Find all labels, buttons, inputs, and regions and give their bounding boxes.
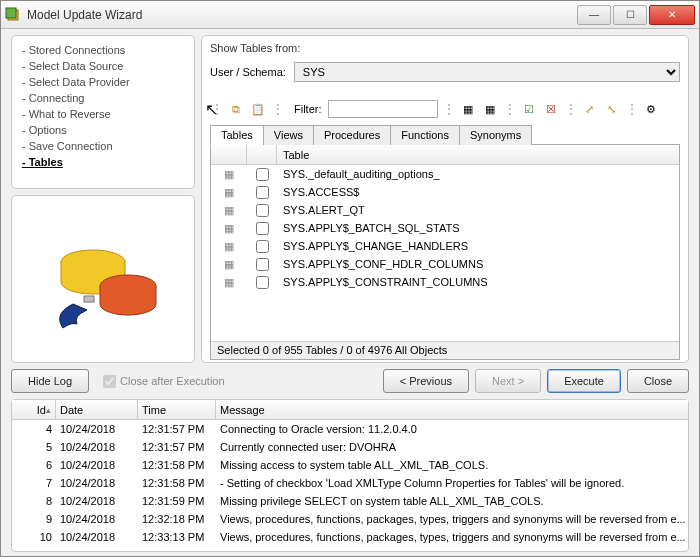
- table-icon: ▦: [224, 204, 234, 217]
- table-row[interactable]: ▦SYS.ACCESS$: [211, 183, 679, 201]
- table-row[interactable]: ▦SYS.APPLY$_BATCH_SQL_STATS: [211, 219, 679, 237]
- grid-green-icon[interactable]: ▦: [481, 100, 499, 118]
- wizard-step[interactable]: - Save Connection: [22, 138, 184, 154]
- table-grid-header: Table: [211, 145, 679, 165]
- row-checkbox[interactable]: [256, 258, 269, 271]
- maximize-button[interactable]: ☐: [613, 5, 647, 25]
- settings-icon[interactable]: ⚙: [642, 100, 660, 118]
- svg-rect-1: [6, 8, 16, 18]
- row-checkbox[interactable]: [256, 204, 269, 217]
- copy-icon[interactable]: ⧉: [227, 100, 245, 118]
- filter-input[interactable]: [328, 100, 438, 118]
- wizard-step[interactable]: - Select Data Provider: [22, 74, 184, 90]
- log-body[interactable]: 410/24/201812:31:57 PMConnecting to Orac…: [12, 420, 688, 551]
- next-button: Next >: [475, 369, 541, 393]
- log-row[interactable]: 810/24/201812:31:59 PMMissing privilege …: [12, 492, 688, 510]
- wizard-step[interactable]: - Select Data Source: [22, 58, 184, 74]
- table-name: SYS.ALERT_QT: [277, 204, 679, 216]
- schema-select[interactable]: SYS: [294, 62, 680, 82]
- execute-button[interactable]: Execute: [547, 369, 621, 393]
- table-icon: ▦: [224, 276, 234, 289]
- table-row[interactable]: ▦SYS.APPLY$_CONSTRAINT_COLUMNS: [211, 273, 679, 291]
- expand-icon[interactable]: ⤢: [581, 100, 599, 118]
- show-tables-from-label: Show Tables from:: [210, 42, 680, 54]
- row-checkbox[interactable]: [256, 168, 269, 181]
- table-name: SYS.APPLY$_CONF_HDLR_COLUMNS: [277, 258, 679, 270]
- table-name: SYS._default_auditing_options_: [277, 168, 679, 180]
- tab-tables[interactable]: Tables: [210, 125, 264, 145]
- row-checkbox[interactable]: [256, 186, 269, 199]
- table-icon: ▦: [224, 258, 234, 271]
- previous-button[interactable]: < Previous: [383, 369, 469, 393]
- table-grid-body[interactable]: ▦SYS._default_auditing_options_▦SYS.ACCE…: [211, 165, 679, 341]
- wizard-step[interactable]: - Tables: [22, 154, 184, 170]
- tab-procedures[interactable]: Procedures: [313, 125, 391, 145]
- table-icon: ▦: [224, 222, 234, 235]
- log-row[interactable]: 410/24/201812:31:57 PMConnecting to Orac…: [12, 420, 688, 438]
- table-row[interactable]: ▦SYS._default_auditing_options_: [211, 165, 679, 183]
- row-checkbox[interactable]: [256, 276, 269, 289]
- row-checkbox[interactable]: [256, 222, 269, 235]
- wizard-step[interactable]: - Options: [22, 122, 184, 138]
- minimize-button[interactable]: —: [577, 5, 611, 25]
- app-icon: [5, 7, 21, 23]
- object-type-tabs: TablesViewsProceduresFunctionsSynonyms: [210, 124, 680, 145]
- schema-label: User / Schema:: [210, 66, 286, 78]
- tab-synonyms[interactable]: Synonyms: [459, 125, 532, 145]
- table-name: SYS.ACCESS$: [277, 186, 679, 198]
- log-row[interactable]: 610/24/201812:31:58 PMMissing access to …: [12, 456, 688, 474]
- tab-views[interactable]: Views: [263, 125, 314, 145]
- table-icon: ▦: [224, 186, 234, 199]
- filter-label: Filter:: [294, 103, 322, 115]
- table-row[interactable]: ▦SYS.APPLY$_CHANGE_HANDLERS: [211, 237, 679, 255]
- check-all-icon[interactable]: ☑: [520, 100, 538, 118]
- close-button[interactable]: Close: [627, 369, 689, 393]
- filter-toolbar: ⋮ ⧉ 📋 ⋮ Filter: ⋮ ▦ ▦ ⋮ ☑ ☒ ⋮ ⤢ ⤡ ⋮ ⚙: [210, 100, 680, 118]
- table-name: SYS.APPLY$_CHANGE_HANDLERS: [277, 240, 679, 252]
- table-row[interactable]: ▦SYS.ALERT_QT: [211, 201, 679, 219]
- wizard-step[interactable]: - What to Reverse: [22, 106, 184, 122]
- titlebar: Model Update Wizard — ☐ ✕: [1, 1, 699, 29]
- table-row[interactable]: ▦SYS.APPLY$_CONF_HDLR_COLUMNS: [211, 255, 679, 273]
- grid-red-icon[interactable]: ▦: [459, 100, 477, 118]
- wizard-steps: - Stored Connections - Select Data Sourc…: [11, 35, 195, 189]
- uncheck-all-icon[interactable]: ☒: [542, 100, 560, 118]
- window-title: Model Update Wizard: [27, 8, 577, 22]
- wizard-step[interactable]: - Stored Connections: [22, 42, 184, 58]
- log-row[interactable]: 710/24/201812:31:58 PM - Setting of chec…: [12, 474, 688, 492]
- wizard-artwork: [11, 195, 195, 363]
- log-row[interactable]: 510/24/201812:31:57 PMCurrently connecte…: [12, 438, 688, 456]
- table-name: SYS.APPLY$_CONSTRAINT_COLUMNS: [277, 276, 679, 288]
- paste-icon[interactable]: 📋: [249, 100, 267, 118]
- log-header: Id Date Time Message: [12, 400, 688, 420]
- wizard-step[interactable]: - Connecting: [22, 90, 184, 106]
- hide-log-button[interactable]: Hide Log: [11, 369, 89, 393]
- table-icon: ▦: [224, 240, 234, 253]
- log-row[interactable]: 1010/24/201812:33:13 PMViews, procedures…: [12, 528, 688, 546]
- tab-functions[interactable]: Functions: [390, 125, 460, 145]
- close-after-execution-checkbox[interactable]: Close after Execution: [103, 375, 225, 388]
- app-window: Model Update Wizard — ☐ ✕ - Stored Conne…: [0, 0, 700, 557]
- collapse-icon[interactable]: ⤡: [603, 100, 621, 118]
- log-row[interactable]: 910/24/201812:32:18 PMViews, procedures,…: [12, 510, 688, 528]
- row-checkbox[interactable]: [256, 240, 269, 253]
- svg-rect-4: [84, 296, 94, 302]
- table-name: SYS.APPLY$_BATCH_SQL_STATS: [277, 222, 679, 234]
- table-icon: ▦: [224, 168, 234, 181]
- selection-status: Selected 0 of 955 Tables / 0 of 4976 All…: [211, 341, 679, 359]
- window-close-button[interactable]: ✕: [649, 5, 695, 25]
